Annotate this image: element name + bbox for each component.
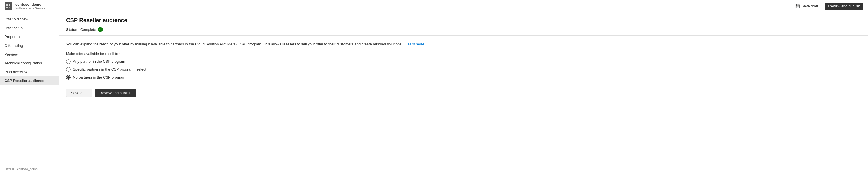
topbar-review-publish-button[interactable]: Review and publish <box>825 3 864 10</box>
app-icon <box>4 2 12 10</box>
top-bar: contoso_demo Software as a Service 💾 Sav… <box>0 0 868 13</box>
app-title: contoso_demo <box>15 2 45 6</box>
top-bar-left: contoso_demo Software as a Service <box>4 2 45 10</box>
radio-no-partners-label: No partners in the CSP program <box>73 75 125 79</box>
content-body: You can expand the reach of your offer b… <box>59 36 868 103</box>
sidebar-items-wrap: Offer overview Offer setup Properties Of… <box>0 15 59 165</box>
top-bar-right: 💾 Save draft Review and publish <box>793 3 864 10</box>
topbar-save-draft-button[interactable]: 💾 Save draft <box>793 3 820 9</box>
page-title: CSP Reseller audience <box>66 17 861 24</box>
required-indicator: * <box>118 52 121 56</box>
sidebar-item-offer-listing[interactable]: Offer listing <box>0 41 59 50</box>
app-info: contoso_demo Software as a Service <box>15 2 45 10</box>
sidebar-item-offer-setup[interactable]: Offer setup <box>0 24 59 32</box>
sidebar-item-properties[interactable]: Properties <box>0 32 59 41</box>
sidebar-item-technical-configuration[interactable]: Technical configuration <box>0 59 59 68</box>
sidebar-item-offer-overview[interactable]: Offer overview <box>0 15 59 24</box>
offer-id-label: Offer ID: contoso_demo <box>4 167 38 171</box>
sidebar-inner: Offer overview Offer setup Properties Of… <box>0 15 59 173</box>
radio-option-no-partners[interactable]: No partners in the CSP program <box>66 75 861 80</box>
save-draft-button[interactable]: Save draft <box>66 89 92 97</box>
status-label: Status: <box>66 27 79 32</box>
radio-specific-partners-label: Specific partners in the CSP program I s… <box>73 67 146 72</box>
radio-option-specific-partners[interactable]: Specific partners in the CSP program I s… <box>66 67 861 72</box>
svg-rect-1 <box>9 4 10 6</box>
description-main: You can expand the reach of your offer b… <box>66 42 402 46</box>
radio-any-partner-label: Any partner in the CSP program <box>73 59 125 64</box>
section-title: Make offer available for resell to * <box>66 52 861 56</box>
radio-specific-partners[interactable] <box>66 67 71 72</box>
svg-rect-3 <box>9 6 10 8</box>
app-subtitle: Software as a Service <box>15 6 45 10</box>
main-layout: Offer overview Offer setup Properties Of… <box>0 13 868 173</box>
radio-no-partners[interactable] <box>66 75 71 80</box>
status-complete-icon: ✓ <box>98 27 103 32</box>
learn-more-link[interactable]: Learn more <box>405 42 424 46</box>
svg-rect-2 <box>6 6 8 8</box>
status-bar: Status: Complete ✓ <box>66 25 861 33</box>
radio-group: Any partner in the CSP program Specific … <box>66 59 861 80</box>
action-buttons: Save draft Review and publish <box>66 86 861 97</box>
topbar-save-draft-label: Save draft <box>801 4 818 8</box>
topbar-review-publish-label: Review and publish <box>828 4 860 8</box>
status-value: Complete <box>80 27 96 32</box>
save-icon: 💾 <box>795 4 800 8</box>
radio-any-partner[interactable] <box>66 59 71 64</box>
sidebar-item-csp-reseller-audience[interactable]: CSP Reseller audience <box>0 76 59 85</box>
review-publish-button[interactable]: Review and publish <box>95 89 136 97</box>
sidebar-footer: Offer ID: contoso_demo <box>0 165 59 173</box>
section-title-text: Make offer available for resell to <box>66 52 118 56</box>
sidebar: Offer overview Offer setup Properties Of… <box>0 13 59 173</box>
description-text: You can expand the reach of your offer b… <box>66 42 861 47</box>
svg-rect-0 <box>6 4 8 6</box>
page-header: CSP Reseller audience Status: Complete ✓ <box>59 13 868 36</box>
sidebar-item-plan-overview[interactable]: Plan overview <box>0 68 59 76</box>
sidebar-item-preview[interactable]: Preview <box>0 50 59 59</box>
radio-option-any-partner[interactable]: Any partner in the CSP program <box>66 59 861 64</box>
content-area: CSP Reseller audience Status: Complete ✓… <box>59 13 868 173</box>
